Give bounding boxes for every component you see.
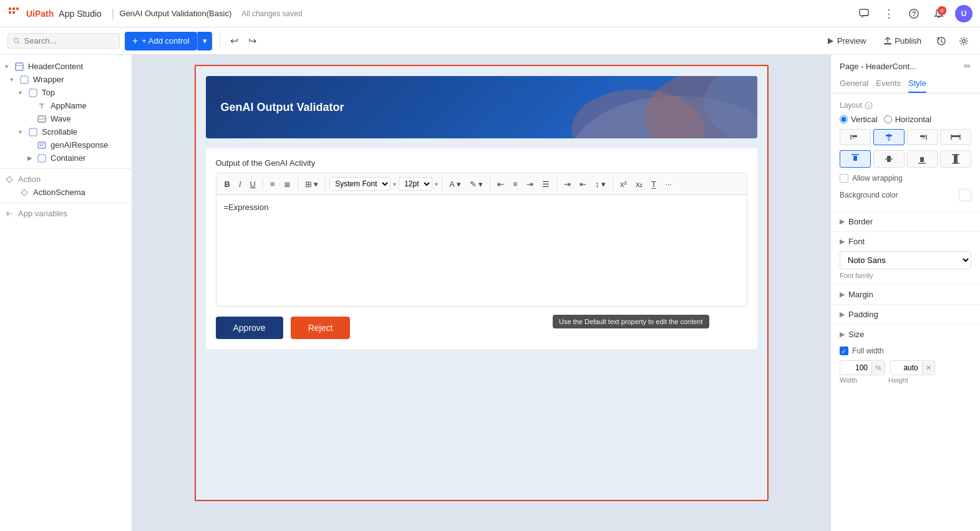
size-section-toggle[interactable]: ▶ Size bbox=[831, 324, 980, 344]
font-color-button[interactable]: A ▾ bbox=[446, 178, 464, 190]
align-stretch-layout-btn[interactable] bbox=[940, 129, 971, 145]
more-options-btn[interactable]: ⋮ bbox=[880, 5, 898, 22]
container2-icon bbox=[37, 154, 46, 163]
play-icon bbox=[826, 37, 835, 45]
font-family-select[interactable]: System Font bbox=[329, 177, 391, 191]
height-clear-btn[interactable]: ✕ bbox=[922, 361, 934, 375]
padding-label: Padding bbox=[848, 310, 878, 319]
align-left-icon bbox=[850, 133, 860, 141]
settings-icon-btn[interactable] bbox=[955, 32, 973, 50]
toolbar2-right: Preview Publish bbox=[820, 32, 973, 50]
redo-button[interactable]: ↪ bbox=[246, 32, 259, 49]
sidebar-item-container[interactable]: ▶ Container bbox=[0, 151, 132, 165]
numbered-list-button[interactable]: ≣ bbox=[281, 178, 294, 190]
toolbar-separator bbox=[220, 34, 220, 49]
editor-body[interactable]: =Expression Use the Default text propert… bbox=[216, 194, 747, 307]
user-avatar[interactable]: U bbox=[955, 5, 973, 22]
tab-events[interactable]: Events bbox=[876, 75, 901, 93]
reject-button[interactable]: Reject bbox=[291, 317, 351, 339]
allow-wrapping-label: Allow wrapping bbox=[852, 174, 903, 183]
align-right-layout-btn[interactable] bbox=[907, 129, 938, 145]
help-icon-btn[interactable]: ? bbox=[905, 5, 923, 22]
svg-rect-0 bbox=[9, 7, 11, 10]
horizontal-radio[interactable] bbox=[884, 115, 892, 123]
align-left-layout-btn[interactable] bbox=[840, 129, 871, 145]
sidebar-item-wave[interactable]: ▾ Wave bbox=[0, 112, 132, 125]
outdent-button[interactable]: ⇤ bbox=[576, 178, 589, 190]
height-input[interactable] bbox=[891, 361, 922, 375]
bg-color-swatch[interactable] bbox=[959, 189, 971, 201]
history-icon-btn[interactable] bbox=[933, 32, 950, 50]
font-section-toggle[interactable]: ▶ Font bbox=[831, 231, 980, 251]
image-icon bbox=[37, 115, 46, 123]
align-center-layout-btn[interactable] bbox=[873, 129, 905, 145]
actionschema-label: ActionSchema bbox=[33, 188, 85, 197]
horizontal-label: Horizontal bbox=[895, 115, 932, 124]
align-center-button[interactable]: ≡ bbox=[510, 178, 521, 190]
sidebar-item-appvariables[interactable]: App variables bbox=[0, 207, 132, 220]
tab-general[interactable]: General bbox=[840, 75, 868, 93]
font-size-select[interactable]: 12pt bbox=[399, 177, 432, 191]
notification-icon-btn[interactable]: 4 bbox=[930, 5, 948, 22]
sidebar-item-wrapper[interactable]: ▾ Wrapper bbox=[0, 73, 132, 86]
wave-svg bbox=[426, 76, 757, 138]
vertical-radio[interactable] bbox=[840, 115, 848, 123]
sidebar-item-scrollable[interactable]: ▾ Scrollable bbox=[0, 125, 132, 138]
sidebar-item-headercontent[interactable]: ▾ HeaderContent bbox=[0, 60, 132, 73]
more-toolbar-button[interactable]: ··· bbox=[662, 178, 675, 190]
sidebar-item-actionschema[interactable]: ▾ ActionSchema bbox=[0, 186, 132, 199]
align-center-icon bbox=[884, 133, 894, 141]
tree-arrow: ▾ bbox=[19, 128, 26, 135]
undo-button[interactable]: ↩ bbox=[228, 32, 241, 49]
publish-button[interactable]: Publish bbox=[877, 33, 928, 49]
size-label: Size bbox=[848, 330, 864, 339]
add-control-dropdown-btn[interactable]: ▾ bbox=[197, 32, 212, 50]
approve-button[interactable]: Approve bbox=[216, 317, 283, 339]
search-input[interactable] bbox=[24, 36, 114, 45]
tab-style[interactable]: Style bbox=[908, 75, 926, 93]
add-control-button[interactable]: + + Add control bbox=[125, 32, 197, 50]
sidebar-item-action[interactable]: Action bbox=[0, 173, 132, 186]
border-section-toggle[interactable]: ▶ Border bbox=[831, 211, 980, 231]
edit-icon[interactable]: ✏ bbox=[964, 61, 971, 71]
padding-section-toggle[interactable]: ▶ Padding bbox=[831, 304, 980, 324]
width-input[interactable] bbox=[840, 361, 871, 375]
bold-button[interactable]: B bbox=[221, 178, 233, 190]
italic-button[interactable]: I bbox=[236, 178, 245, 190]
editor-sep7 bbox=[613, 178, 613, 189]
subscript-button[interactable]: x₂ bbox=[633, 178, 646, 190]
svg-point-13 bbox=[963, 39, 966, 42]
table-button[interactable]: ⊞ ▾ bbox=[302, 178, 322, 190]
preview-button[interactable]: Preview bbox=[820, 33, 872, 49]
wave-label: Wave bbox=[51, 114, 71, 123]
align-right-button[interactable]: ⇥ bbox=[523, 178, 536, 190]
horizontal-radio-label[interactable]: Horizontal bbox=[884, 115, 932, 124]
bullet-list-button[interactable]: ≡ bbox=[267, 178, 278, 190]
highlight-button[interactable]: ✎ ▾ bbox=[467, 178, 487, 190]
font-toggle-icon: ▶ bbox=[840, 237, 845, 246]
margin-section-toggle[interactable]: ▶ Margin bbox=[831, 284, 980, 304]
valign-stretch-btn[interactable] bbox=[940, 150, 971, 168]
width-input-wrap: % bbox=[840, 360, 885, 375]
valign-center-btn[interactable] bbox=[873, 150, 905, 168]
line-spacing-button[interactable]: ↕ ▾ bbox=[592, 178, 609, 190]
valign-top-btn[interactable] bbox=[840, 150, 871, 168]
underline-button[interactable]: U bbox=[247, 178, 259, 190]
allow-wrapping-checkbox[interactable] bbox=[840, 174, 848, 183]
superscript-button[interactable]: x² bbox=[617, 178, 630, 190]
full-width-checkbox[interactable]: ✓ bbox=[840, 347, 848, 355]
comment-icon-btn[interactable] bbox=[855, 5, 873, 22]
full-width-label: Full width bbox=[852, 347, 884, 355]
font-family-select-panel[interactable]: Noto Sans bbox=[840, 251, 971, 269]
justify-button[interactable]: ☰ bbox=[539, 178, 553, 190]
sidebar-item-appname[interactable]: ▾ AppName bbox=[0, 99, 132, 112]
variables-icon bbox=[5, 209, 14, 218]
sidebar-item-genairesponse[interactable]: ▾ genAIResponse bbox=[0, 138, 132, 151]
indent-button[interactable]: ⇥ bbox=[561, 178, 574, 190]
canvas-frame[interactable]: GenAI Output Validator Output of the Gen… bbox=[195, 65, 769, 501]
vertical-radio-label[interactable]: Vertical bbox=[840, 115, 878, 124]
clearformat-button[interactable]: T̲ bbox=[648, 178, 659, 190]
align-left-button[interactable]: ⇤ bbox=[494, 178, 507, 190]
sidebar-item-top[interactable]: ▾ Top bbox=[0, 86, 132, 99]
valign-bottom-btn[interactable] bbox=[907, 150, 938, 168]
